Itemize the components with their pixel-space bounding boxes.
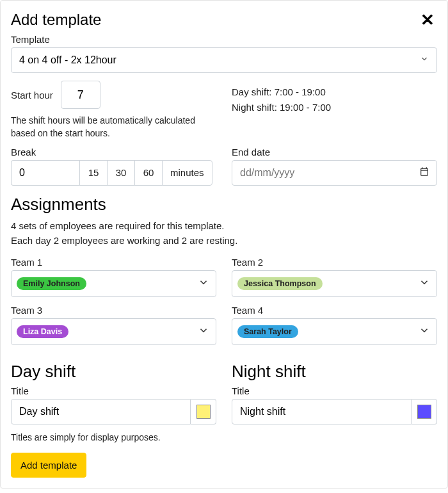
team-3-chip: Liza Davis	[17, 325, 68, 338]
night-shift-color-swatch	[417, 405, 431, 419]
template-label: Template	[11, 34, 437, 45]
team-1-label: Team 1	[11, 257, 216, 268]
chevron-down-icon	[419, 325, 430, 339]
chevron-down-icon	[420, 54, 429, 66]
night-shift-title-input[interactable]	[232, 399, 412, 424]
break-enddate-row: Break 15 30 60 minutes End date	[11, 147, 437, 186]
team-4-label: Team 4	[232, 305, 437, 316]
break-option-15[interactable]: 15	[79, 160, 108, 186]
start-row: Start hour The shift hours will be autom…	[11, 81, 437, 140]
team-2-field: Team 2 Jessica Thompson	[232, 257, 437, 297]
day-shift-section: Day shift Title Titles are simply for di…	[11, 353, 216, 444]
teams-row-1: Team 1 Emily Johnson Team 2 Jessica Thom…	[11, 257, 437, 305]
team-1-chip: Emily Johnson	[17, 277, 86, 290]
team-3-label: Team 3	[11, 305, 216, 316]
break-field: Break 15 30 60 minutes	[11, 147, 216, 186]
end-date-field: End date	[232, 147, 437, 186]
day-shift-color-picker[interactable]	[191, 399, 216, 424]
team-1-field: Team 1 Emily Johnson	[11, 257, 216, 297]
day-shift-time: Day shift: 7:00 - 19:00	[232, 85, 437, 100]
modal-header: Add template ✕	[11, 11, 437, 29]
shift-times-info: Day shift: 7:00 - 19:00 Night shift: 19:…	[232, 81, 437, 140]
day-shift-color-swatch	[196, 405, 211, 419]
team-3-field: Team 3 Liza Davis	[11, 305, 216, 345]
start-hour-input[interactable]	[61, 81, 100, 109]
close-button[interactable]: ✕	[418, 12, 437, 28]
assignments-line1: 4 sets of employees are required for thi…	[11, 218, 437, 233]
teams-row-2: Team 3 Liza Davis Team 4 Sarah Taylor	[11, 305, 437, 353]
team-3-select[interactable]: Liza Davis	[11, 318, 216, 345]
assignments-description: 4 sets of employees are required for thi…	[11, 218, 437, 248]
night-shift-color-picker[interactable]	[412, 399, 437, 424]
break-label: Break	[11, 147, 216, 158]
break-option-30[interactable]: 30	[107, 160, 135, 186]
break-unit: minutes	[162, 160, 212, 186]
end-date-input[interactable]	[232, 160, 437, 186]
chevron-down-icon	[198, 325, 209, 339]
break-input[interactable]	[11, 160, 80, 186]
team-2-chip: Jessica Thompson	[237, 277, 323, 290]
add-template-modal: Add template ✕ Template 4 on 4 off - 2x …	[0, 0, 448, 489]
night-shift-section: Night shift Title	[232, 353, 437, 444]
shift-titles-row: Day shift Title Titles are simply for di…	[11, 353, 437, 444]
team-4-select[interactable]: Sarah Taylor	[232, 318, 437, 345]
template-field: Template 4 on 4 off - 2x 12hour	[11, 34, 437, 73]
team-2-select[interactable]: Jessica Thompson	[232, 270, 437, 297]
close-icon: ✕	[420, 10, 435, 29]
night-shift-title-label: Title	[232, 385, 437, 396]
chevron-down-icon	[198, 277, 209, 291]
assignments-heading: Assignments	[11, 195, 437, 214]
day-shift-title-input[interactable]	[11, 399, 191, 424]
night-shift-time: Night shift: 19:00 - 7:00	[232, 100, 437, 115]
break-option-60[interactable]: 60	[134, 160, 163, 186]
end-date-label: End date	[232, 147, 437, 158]
start-hour-label: Start hour	[11, 90, 53, 101]
night-shift-heading: Night shift	[232, 362, 437, 382]
titles-help: Titles are simply for display purposes.	[11, 431, 216, 444]
team-1-select[interactable]: Emily Johnson	[11, 270, 216, 297]
modal-title: Add template	[11, 11, 101, 29]
team-4-chip: Sarah Taylor	[237, 325, 298, 338]
chevron-down-icon	[419, 277, 430, 291]
day-shift-title-label: Title	[11, 385, 216, 396]
day-shift-heading: Day shift	[11, 362, 216, 382]
start-hour-field: Start hour The shift hours will be autom…	[11, 81, 216, 140]
start-hour-help: The shift hours will be automatically ca…	[11, 114, 216, 140]
template-select[interactable]: 4 on 4 off - 2x 12hour	[11, 47, 437, 73]
team-2-label: Team 2	[232, 257, 437, 268]
add-template-button[interactable]: Add template	[11, 453, 86, 478]
team-4-field: Team 4 Sarah Taylor	[232, 305, 437, 345]
template-value: 4 on 4 off - 2x 12hour	[19, 54, 116, 66]
assignments-line2: Each day 2 employees are working and 2 a…	[11, 233, 437, 248]
